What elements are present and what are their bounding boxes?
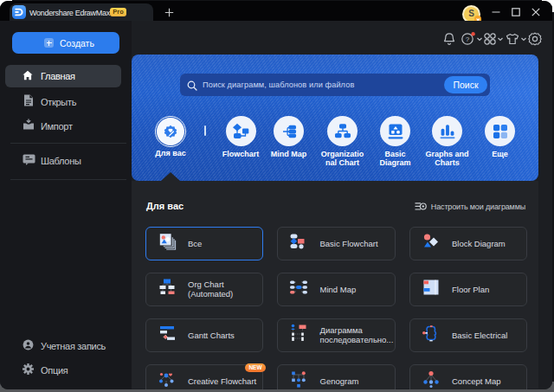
svg-text:?: ?: [466, 35, 470, 43]
